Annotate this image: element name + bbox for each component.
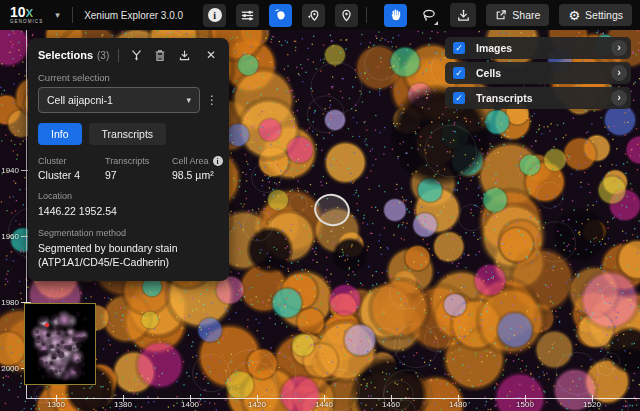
logo-subtext: GENOMICS: [10, 20, 43, 25]
minimap[interactable]: [24, 303, 96, 385]
layers-panel: ✓ Images › ✓ Cells › ✓ Transcripts ›: [445, 37, 631, 109]
hand-icon: [389, 8, 403, 22]
info-icon: i: [208, 8, 222, 22]
x-ruler-tick-label: 1400: [181, 400, 199, 409]
share-icon: [495, 9, 507, 21]
info-button[interactable]: i: [203, 4, 226, 27]
images-expand-button[interactable]: ›: [611, 40, 627, 56]
stat-cell-area: Cell Areai 98.5 µm²: [172, 156, 234, 181]
layer-row-cells[interactable]: ✓ Cells ›: [445, 62, 631, 84]
layer-row-images[interactable]: ✓ Images ›: [445, 37, 631, 59]
stat-cluster: Cluster Cluster 4: [38, 156, 100, 181]
chevron-right-icon: ›: [617, 42, 621, 53]
trash-icon: [154, 49, 166, 62]
transcripts-expand-button[interactable]: ›: [611, 90, 627, 106]
x-ruler-tick-label: 1360: [47, 400, 65, 409]
chevron-right-icon: ›: [617, 67, 621, 78]
tab-info[interactable]: Info: [38, 123, 82, 145]
delete-selection-button[interactable]: [151, 47, 169, 63]
pin-navigate-button[interactable]: [302, 4, 325, 27]
header-divider: [118, 49, 119, 62]
y-ruler-tick-label: 2000: [1, 364, 19, 373]
x-ruler-tick-label: 1480: [449, 400, 467, 409]
x-ruler-tick-label: 1460: [382, 400, 400, 409]
app-title: Xenium Explorer 3.0.0: [84, 10, 183, 21]
pan-tool-button[interactable]: [384, 4, 407, 27]
x-ruler-tick-label: 1420: [248, 400, 266, 409]
current-selection-label: Current selection: [38, 72, 219, 83]
share-button[interactable]: Share: [486, 4, 549, 26]
share-label: Share: [512, 9, 540, 21]
layer-label-cells: Cells: [476, 67, 501, 79]
cell-selection-tool-button[interactable]: [269, 4, 292, 27]
app-menu-caret[interactable]: ▾: [51, 6, 64, 24]
cell-stats: Cluster Cluster 4 Transcripts 97 Cell Ar…: [38, 156, 219, 181]
app-window: 136013801400142014401460148015001520 194…: [0, 0, 640, 411]
settings-label: Settings: [585, 9, 623, 21]
layer-label-transcripts: Transcripts: [476, 92, 533, 104]
selections-panel: Selections (3): [28, 38, 229, 281]
stat-transcripts: Transcripts 97: [105, 156, 167, 181]
current-selection-dropdown[interactable]: Cell aijapcni-1 ▾: [38, 87, 200, 113]
toolbar: 10x GENOMICS ▾ Xenium Explorer 3.0.0 i: [0, 0, 640, 30]
cells-expand-button[interactable]: ›: [611, 65, 627, 81]
cell-selection-icon: [274, 8, 288, 22]
combine-selections-button[interactable]: [127, 47, 145, 63]
cells-checkbox[interactable]: ✓: [453, 67, 465, 79]
selection-options-button[interactable]: ⋮: [205, 93, 219, 107]
gear-icon: ⚙: [568, 9, 580, 22]
selections-title: Selections: [38, 49, 93, 61]
images-checkbox[interactable]: ✓: [453, 42, 465, 54]
y-ruler-tick-label: 1940: [1, 166, 19, 175]
dropdown-value: Cell aijapcni-1: [47, 94, 113, 106]
x-ruler-line: [26, 398, 640, 399]
export-selection-button[interactable]: [175, 47, 193, 63]
logo-text: 10: [10, 4, 26, 20]
display-settings-button[interactable]: [236, 4, 259, 27]
pin-button[interactable]: [335, 4, 358, 27]
x-ruler-tick-label: 1520: [583, 400, 601, 409]
tab-transcripts[interactable]: Transcripts: [89, 123, 167, 145]
y-ruler-tick-label: 1980: [1, 298, 19, 307]
download-icon: [178, 49, 191, 62]
lasso-tool-button[interactable]: [417, 4, 440, 27]
close-icon: ✕: [206, 48, 216, 62]
x-ruler-tick-label: 1380: [114, 400, 132, 409]
segmentation-label: Segmentation method: [38, 228, 219, 238]
location-value: 1446.22 1952.54: [38, 204, 219, 218]
layer-row-transcripts[interactable]: ✓ Transcripts ›: [445, 87, 631, 109]
y-ruler-tick-label: 1960: [1, 232, 19, 241]
chevron-down-icon: ▾: [186, 95, 191, 105]
pin-arrow-icon: [306, 8, 321, 23]
combine-icon: [130, 49, 143, 62]
chevron-right-icon: ›: [617, 92, 621, 103]
x-ruler-tick-label: 1440: [315, 400, 333, 409]
download-button[interactable]: [450, 3, 476, 27]
location-label: Location: [38, 191, 219, 201]
sliders-icon: [240, 8, 255, 23]
minimap-image: [25, 304, 95, 384]
x-ruler-tick-label: 1500: [516, 400, 534, 409]
download-icon: [456, 8, 471, 23]
close-panel-button[interactable]: ✕: [203, 47, 219, 63]
pin-icon: [339, 8, 354, 23]
selections-panel-header: Selections (3): [38, 47, 219, 63]
cell-area-info-icon[interactable]: i: [213, 156, 223, 166]
logo-x: x: [26, 4, 34, 20]
submenu-indicator: [434, 21, 438, 25]
selection-tabs: Info Transcripts: [38, 123, 219, 145]
transcripts-checkbox[interactable]: ✓: [453, 92, 465, 104]
tenx-logo[interactable]: 10x GENOMICS: [10, 5, 43, 25]
layer-label-images: Images: [476, 42, 512, 54]
selections-count: (3): [97, 50, 109, 61]
segmentation-value: Segmented by boundary stain (ATP1A1/CD45…: [38, 241, 219, 269]
settings-button[interactable]: ⚙ Settings: [559, 4, 632, 26]
